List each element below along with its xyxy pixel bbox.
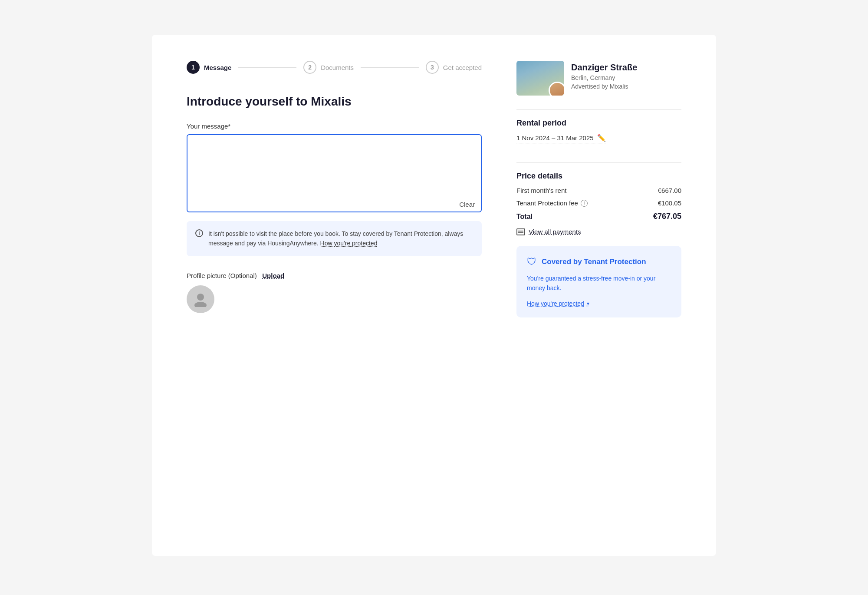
stepper: 1 Message 2 Documents 3 Get accepted xyxy=(187,61,482,74)
upload-button[interactable]: Upload xyxy=(262,272,284,279)
step-1: 1 Message xyxy=(187,61,231,74)
rental-period: 1 Nov 2024 – 31 Mar 2025 ✏️ xyxy=(516,134,606,143)
tp-header: 🛡 Covered by Tenant Protection xyxy=(527,256,671,268)
clear-button[interactable]: Clear xyxy=(459,201,475,208)
tenant-protection-label: Tenant Protection fee i xyxy=(516,199,588,207)
divider-1 xyxy=(516,109,681,110)
step-3-label: Get accepted xyxy=(443,64,482,71)
property-location: Berlin, Germany xyxy=(571,74,637,81)
first-month-label: First month's rent xyxy=(516,187,566,194)
step-3-number: 3 xyxy=(431,64,434,71)
total-label: Total xyxy=(516,213,533,221)
avatar-icon xyxy=(193,291,208,307)
property-card: Danziger Straße Berlin, Germany Advertis… xyxy=(516,61,681,96)
view-payments-button[interactable]: View all payments xyxy=(516,228,581,235)
step-1-number: 1 xyxy=(191,64,195,71)
total-amount: €767.05 xyxy=(653,212,681,221)
first-month-row: First month's rent €667.00 xyxy=(516,187,681,194)
step-1-circle: 1 xyxy=(187,61,200,74)
info-icon: i xyxy=(195,229,203,237)
svg-point-0 xyxy=(197,294,204,301)
left-panel: 1 Message 2 Documents 3 Get accepted Int… xyxy=(187,61,482,530)
info-text: It isn't possible to visit the place bef… xyxy=(208,229,473,248)
message-input[interactable] xyxy=(187,134,482,212)
step-divider-1 xyxy=(238,67,296,68)
how-protected-link[interactable]: How you're protected xyxy=(320,240,378,247)
property-advertiser: Advertised by Mixalis xyxy=(571,83,637,90)
landlord-avatar xyxy=(549,82,564,96)
step-3: 3 Get accepted xyxy=(426,61,482,74)
first-month-amount: €667.00 xyxy=(658,187,681,194)
textarea-wrapper: Clear xyxy=(187,134,482,214)
property-name: Danziger Straße xyxy=(571,63,637,73)
tenant-protection-box: 🛡 Covered by Tenant Protection You're gu… xyxy=(516,246,681,317)
step-divider-2 xyxy=(361,67,419,68)
avatar-placeholder xyxy=(187,285,214,313)
rental-period-title: Rental period xyxy=(516,119,681,128)
total-row: Total €767.05 xyxy=(516,212,681,221)
page-wrapper: 1 Message 2 Documents 3 Get accepted Int… xyxy=(152,35,716,556)
profile-picture-label: Profile picture (Optional) Upload xyxy=(187,272,482,279)
divider-2 xyxy=(516,162,681,163)
price-details-title: Price details xyxy=(516,172,681,181)
edit-icon[interactable]: ✏️ xyxy=(597,134,606,142)
tp-chevron-icon: ▾ xyxy=(587,301,589,307)
profile-picture-section: Profile picture (Optional) Upload xyxy=(187,272,482,313)
svg-point-1 xyxy=(194,302,207,307)
tp-link-button[interactable]: How you're protected ▾ xyxy=(527,300,589,307)
property-info: Danziger Straße Berlin, Germany Advertis… xyxy=(571,61,637,90)
tenant-protection-amount: €100.05 xyxy=(658,199,681,207)
step-1-label: Message xyxy=(204,64,231,71)
property-image xyxy=(516,61,564,96)
right-panel: Danziger Straße Berlin, Germany Advertis… xyxy=(516,61,681,530)
step-2-circle: 2 xyxy=(303,61,316,74)
tp-description: You're guaranteed a stress-free move-in … xyxy=(527,274,671,293)
step-3-circle: 3 xyxy=(426,61,439,74)
tenant-protection-info-icon[interactable]: i xyxy=(581,200,588,207)
form-title: Introduce yourself to Mixalis xyxy=(187,95,482,109)
step-2-label: Documents xyxy=(321,64,354,71)
info-box: i It isn't possible to visit the place b… xyxy=(187,221,482,256)
message-label: Your message* xyxy=(187,122,482,130)
step-2: 2 Documents xyxy=(303,61,354,74)
tp-title: Covered by Tenant Protection xyxy=(542,258,646,266)
tp-heart-icon: 🛡 xyxy=(527,256,536,268)
payments-icon xyxy=(516,228,525,235)
rental-period-text: 1 Nov 2024 – 31 Mar 2025 xyxy=(516,134,594,142)
step-2-number: 2 xyxy=(308,64,312,71)
tenant-protection-row: Tenant Protection fee i €100.05 xyxy=(516,199,681,207)
